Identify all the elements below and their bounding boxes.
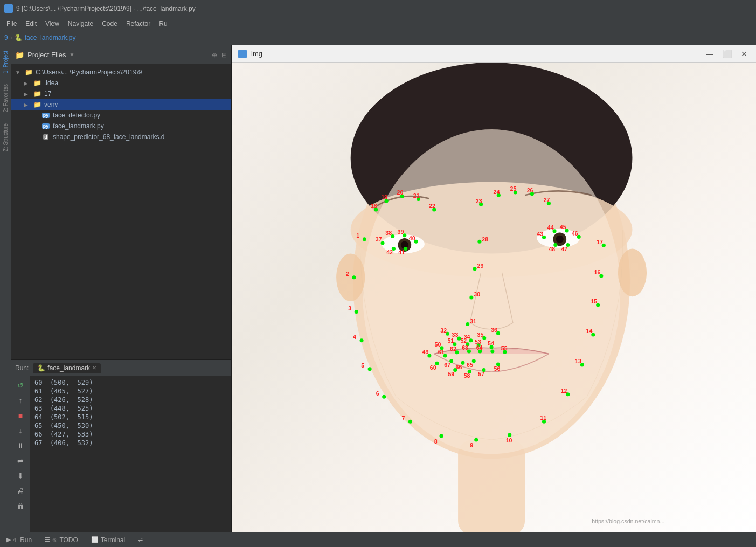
side-tab-project[interactable]: 1: Project: [2, 47, 10, 77]
menu-navigate[interactable]: Navigate: [64, 17, 98, 30]
run-tab-close[interactable]: ✕: [92, 365, 96, 371]
svg-point-31: [508, 433, 511, 437]
svg-text:11: 11: [540, 414, 546, 421]
tree-label-venv: venv: [44, 101, 58, 108]
svg-text:59: 59: [448, 371, 454, 377]
svg-text:64: 64: [476, 344, 483, 351]
project-title: Project Files: [27, 51, 66, 59]
svg-text:46: 46: [572, 230, 578, 237]
svg-text:42: 42: [386, 249, 393, 255]
breadcrumb-filename[interactable]: face_landmark.py: [25, 34, 76, 41]
svg-text:35: 35: [477, 331, 483, 338]
face-image-area: 1 2 3 4 5 6 7 8 9 10: [232, 63, 756, 532]
folder-icon: 📁: [15, 51, 24, 59]
svg-text:45: 45: [560, 224, 566, 230]
svg-text:47: 47: [561, 246, 567, 252]
tree-item-idea[interactable]: ▶ 📁 .idea: [11, 78, 231, 88]
face-svg: 1 2 3 4 5 6 7 8 9 10: [232, 63, 756, 532]
svg-text:53: 53: [475, 338, 481, 345]
menu-edit[interactable]: Edit: [21, 17, 41, 30]
svg-text:52: 52: [460, 337, 467, 344]
menubar: File Edit View Navigate Code Refactor Ru: [0, 17, 756, 30]
svg-text:8: 8: [434, 438, 438, 445]
svg-text:49: 49: [422, 349, 429, 355]
bottom-tab-todo[interactable]: ☰ 6: TODO: [43, 536, 80, 544]
run-up-btn[interactable]: ↑: [13, 393, 27, 407]
img-window-titlebar: img — ⬜ ✕: [232, 45, 756, 63]
run-panel: Run: 🐍 face_landmark ✕ ↺ ↑ ■ ↓ ⏸ ⇌ ⬇ 🖨: [11, 359, 231, 532]
svg-text:12: 12: [561, 387, 567, 394]
img-window-controls: — ⬜ ✕: [704, 49, 750, 59]
add-icon[interactable]: ⊕: [212, 51, 217, 59]
run-restart-btn[interactable]: ↺: [13, 378, 27, 392]
svg-text:57: 57: [478, 371, 484, 377]
svg-text:28: 28: [482, 236, 488, 243]
svg-text:31: 31: [470, 318, 476, 324]
close-btn[interactable]: ✕: [739, 49, 750, 59]
terminal-tab-label: Terminal: [101, 536, 125, 544]
svg-text:66: 66: [456, 364, 462, 370]
svg-text:23: 23: [476, 198, 482, 204]
run-wrap-btn[interactable]: ⇌: [13, 454, 27, 468]
svg-point-17: [355, 310, 358, 314]
svg-point-13: [363, 237, 366, 241]
menu-view[interactable]: View: [41, 17, 64, 30]
svg-text:18: 18: [371, 203, 377, 209]
svg-point-10: [556, 236, 564, 243]
menu-refactor[interactable]: Refactor: [122, 17, 155, 30]
svg-text:14: 14: [586, 328, 593, 334]
run-stop-btn[interactable]: ■: [13, 408, 27, 423]
side-tab-structure[interactable]: Z: Structure: [2, 120, 10, 155]
svg-text:2: 2: [346, 271, 349, 277]
svg-text:24: 24: [494, 189, 500, 195]
svg-text:61: 61: [438, 349, 445, 355]
menu-file[interactable]: File: [2, 17, 21, 30]
tree-label-face-landmark: face_landmark.py: [53, 122, 104, 130]
svg-text:22: 22: [429, 203, 435, 209]
tree-item-face-landmark[interactable]: py face_landmark.py: [11, 121, 231, 131]
run-tab-label: face_landmark: [47, 364, 90, 372]
svg-text:50: 50: [435, 341, 441, 348]
run-clear-btn[interactable]: 🗑: [13, 499, 27, 513]
run-print-btn[interactable]: 🖨: [13, 484, 27, 498]
svg-text:3: 3: [348, 305, 351, 311]
bottom-tab-run[interactable]: ▶ 4: Run: [4, 536, 34, 544]
output-line-7: 67 (406, 532): [34, 439, 227, 447]
side-tab-favorites[interactable]: 2: Favorites: [2, 81, 10, 115]
breadcrumb-9[interactable]: 9: [4, 34, 8, 41]
tree-root[interactable]: ▼ 📁 C:\Users\... \PycharmProjects\2019\9: [11, 67, 231, 78]
tree-item-venv[interactable]: ▶ 📁 venv: [11, 99, 231, 110]
run-tab[interactable]: 🐍 face_landmark ✕: [33, 363, 101, 373]
bottom-tab-extra[interactable]: ⇌: [136, 536, 145, 543]
run-scroll-btn[interactable]: ⬇: [13, 469, 27, 483]
run-down-btn[interactable]: ↓: [13, 424, 27, 438]
todo-tab-num: 6:: [52, 537, 57, 543]
right-panel: img — ⬜ ✕: [232, 45, 756, 532]
svg-text:55: 55: [501, 345, 508, 351]
svg-text:51: 51: [448, 337, 454, 344]
tree-item-17[interactable]: ▶ 📁 17: [11, 88, 231, 99]
svg-text:39: 39: [398, 229, 404, 235]
run-content-area: ↺ ↑ ■ ↓ ⏸ ⇌ ⬇ 🖨 🗑 60 (500, 529) 61 (405,…: [11, 376, 231, 532]
tree-label-face-detector: face_detector.py: [53, 112, 100, 119]
svg-text:32: 32: [440, 327, 447, 334]
svg-text:38: 38: [385, 230, 392, 236]
svg-point-141: [490, 350, 494, 354]
tree-item-shape-predictor[interactable]: d shape_predictor_68_face_landmarks.d: [11, 131, 231, 142]
minimize-btn[interactable]: —: [704, 49, 715, 59]
run-pause-btn[interactable]: ⏸: [13, 439, 27, 453]
img-window-title: img: [238, 50, 262, 58]
bottom-tab-terminal[interactable]: ⬜ Terminal: [89, 536, 127, 544]
output-line-1: 61 (405, 527): [34, 387, 227, 396]
project-dropdown-arrow[interactable]: ▼: [70, 52, 75, 58]
tree-label-17: 17: [44, 90, 51, 98]
tree-item-face-detector[interactable]: py face_detector.py: [11, 110, 231, 121]
settings-icon[interactable]: ⊟: [221, 51, 227, 59]
menu-run[interactable]: Ru: [155, 17, 171, 30]
run-output: 60 (500, 529) 61 (405, 527) 62 (426, 528…: [30, 376, 231, 532]
run-tab-label-bottom: Run: [20, 536, 32, 544]
project-header: 📁 Project Files ▼ ⊕ ⊟: [11, 45, 231, 65]
bottom-bar: ▶ 4: Run ☰ 6: TODO ⬜ Terminal ⇌: [0, 532, 756, 547]
menu-code[interactable]: Code: [98, 17, 122, 30]
maximize-btn[interactable]: ⬜: [722, 49, 732, 59]
